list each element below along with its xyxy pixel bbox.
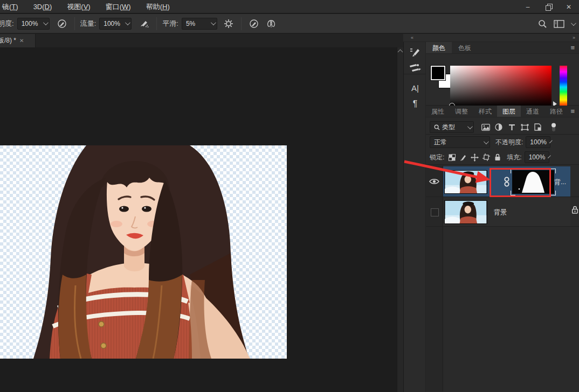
tab-properties[interactable]: 属性 bbox=[426, 106, 450, 117]
search-icon[interactable] bbox=[538, 19, 547, 29]
filter-image-icon[interactable] bbox=[479, 121, 492, 133]
canvas-scrollbar[interactable] bbox=[397, 47, 403, 392]
saturation-brightness-field[interactable] bbox=[450, 66, 552, 107]
mask-selected-corner bbox=[551, 191, 556, 195]
opacity-combo[interactable]: 100% bbox=[526, 136, 550, 148]
tab-swatches[interactable]: 色板 bbox=[452, 42, 478, 53]
collapsed-panel-dock: A| ¶ bbox=[403, 42, 426, 392]
layer-mask-thumbnail[interactable] bbox=[512, 170, 554, 194]
panel-tab-row: 属性 调整 样式 图层 通道 路径 ≡ bbox=[426, 106, 579, 117]
tab-styles[interactable]: 样式 bbox=[473, 106, 497, 117]
divider bbox=[426, 164, 579, 165]
panel-dock: 颜色 色板 ≡ 属性 调整 样式 图层 通道 路径 ≡ bbox=[426, 42, 579, 392]
close-button[interactable]: ✕ bbox=[559, 0, 579, 13]
filter-adjustment-icon[interactable] bbox=[492, 121, 505, 133]
divider bbox=[426, 134, 579, 135]
smoothing-combo[interactable]: 5% bbox=[182, 18, 217, 30]
filter-toggle-icon[interactable] bbox=[547, 121, 560, 133]
layer-filter-row: 类型 bbox=[426, 120, 579, 134]
layer-thumbnail[interactable] bbox=[444, 170, 487, 194]
chevron-down-icon bbox=[548, 155, 551, 158]
collapse-panels-icon[interactable]: « bbox=[411, 34, 413, 42]
opacity-label: 不透明度: bbox=[495, 138, 523, 147]
lock-position-icon[interactable] bbox=[469, 152, 480, 163]
scroll-up-icon[interactable] bbox=[398, 50, 403, 55]
visibility-eye-icon[interactable] bbox=[429, 178, 440, 185]
tab-close-icon[interactable]: ✕ bbox=[19, 38, 24, 44]
lock-artboard-icon[interactable] bbox=[480, 152, 492, 163]
tab-paths[interactable]: 路径 bbox=[544, 106, 568, 117]
menu-view[interactable]: 视图(V) bbox=[59, 0, 98, 13]
size-pressure-icon[interactable] bbox=[247, 17, 261, 30]
panel-menu-icon[interactable]: ≡ bbox=[570, 106, 575, 117]
layers-panel: 类型 bbox=[426, 117, 579, 391]
chevron-down-icon bbox=[549, 140, 553, 143]
brush-presets-icon[interactable] bbox=[406, 45, 424, 59]
workspace-icon[interactable] bbox=[554, 20, 564, 28]
visibility-checkbox-empty[interactable] bbox=[431, 208, 439, 216]
restore-button[interactable] bbox=[538, 0, 559, 13]
layer-thumbnail[interactable] bbox=[444, 200, 487, 224]
gear-icon[interactable] bbox=[222, 17, 236, 30]
expand-panels-icon[interactable]: » bbox=[573, 34, 575, 42]
divider bbox=[404, 74, 426, 74]
lock-all-icon[interactable] bbox=[492, 152, 503, 163]
options-bar: 明度: 100% 流量: 100% 平滑: 5% bbox=[0, 14, 579, 33]
menu-help[interactable]: 帮助(H) bbox=[139, 0, 177, 13]
layer-list: 背... 背景 bbox=[426, 165, 579, 391]
mask-selected-corner bbox=[511, 191, 515, 195]
chevron-down-icon bbox=[484, 139, 489, 144]
smoothing-label: 平滑: bbox=[162, 19, 178, 29]
layer-row-background[interactable]: 背景 bbox=[443, 197, 570, 226]
mask-link-icon[interactable] bbox=[504, 176, 509, 187]
layer-name[interactable]: 背... bbox=[554, 178, 566, 187]
divider bbox=[426, 226, 579, 227]
fill-label: 填充: bbox=[507, 153, 521, 162]
menu-3d[interactable]: 3D(D) bbox=[26, 0, 60, 13]
menu-filter[interactable]: 镜(T) bbox=[0, 0, 26, 13]
layer-row-masked[interactable]: 背... bbox=[443, 166, 570, 197]
tab-layers[interactable]: 图层 bbox=[497, 106, 521, 117]
blend-mode-row: 正常 不透明度: 100% bbox=[426, 135, 579, 149]
brightness-combo[interactable]: 100% bbox=[17, 18, 50, 30]
character-panel-icon[interactable]: A| bbox=[406, 81, 424, 95]
color-panel bbox=[426, 54, 579, 106]
chevron-down-icon[interactable] bbox=[571, 20, 576, 26]
options-right bbox=[538, 14, 575, 33]
opacity-pressure-icon[interactable] bbox=[55, 17, 69, 30]
menu-list: 镜(T) 3D(D) 视图(V) 窗口(W) 帮助(H) bbox=[0, 0, 177, 13]
document-tab-title: 板/8) * bbox=[0, 36, 16, 45]
flow-combo[interactable]: 100% bbox=[99, 18, 132, 30]
filter-smart-object-icon[interactable] bbox=[531, 121, 544, 133]
lock-pixels-icon[interactable] bbox=[458, 152, 469, 163]
fill-combo[interactable]: 100% bbox=[525, 151, 549, 163]
canvas-area[interactable] bbox=[0, 47, 397, 392]
filter-shape-icon[interactable] bbox=[518, 121, 531, 133]
chevron-down-icon bbox=[125, 20, 130, 25]
document-tab[interactable]: 板/8) * ✕ bbox=[0, 34, 36, 47]
foreground-color-swatch[interactable] bbox=[431, 66, 445, 80]
paint-symmetry-icon[interactable] bbox=[264, 17, 278, 30]
panel-menu-icon[interactable]: ≡ bbox=[570, 42, 575, 54]
layer-name[interactable]: 背景 bbox=[494, 208, 507, 217]
filter-type-icon[interactable] bbox=[505, 121, 518, 133]
document-image[interactable] bbox=[0, 145, 287, 359]
lock-row: 锁定: 填充: 100% bbox=[426, 150, 579, 164]
airbrush-icon[interactable] bbox=[137, 17, 151, 30]
smoothing-value: 5% bbox=[186, 20, 195, 27]
menu-window[interactable]: 窗口(W) bbox=[98, 0, 139, 13]
tab-channels[interactable]: 通道 bbox=[521, 106, 544, 117]
minimize-button[interactable]: – bbox=[518, 0, 538, 13]
filter-kind-combo[interactable]: 类型 bbox=[430, 121, 474, 133]
color-panel-tabs: 颜色 色板 ≡ bbox=[426, 42, 579, 54]
tab-color[interactable]: 颜色 bbox=[426, 42, 452, 53]
paragraph-panel-icon[interactable]: ¶ bbox=[406, 97, 424, 111]
tab-adjustments[interactable]: 调整 bbox=[450, 106, 473, 117]
mask-selected-corner bbox=[511, 169, 515, 173]
lock-label: 锁定: bbox=[430, 153, 444, 162]
flow-label: 流量: bbox=[80, 19, 96, 29]
blend-mode-combo[interactable]: 正常 bbox=[430, 136, 490, 148]
hue-strip[interactable] bbox=[560, 66, 567, 107]
lock-transparency-icon[interactable] bbox=[446, 152, 458, 163]
brush-settings-icon[interactable] bbox=[406, 60, 424, 74]
